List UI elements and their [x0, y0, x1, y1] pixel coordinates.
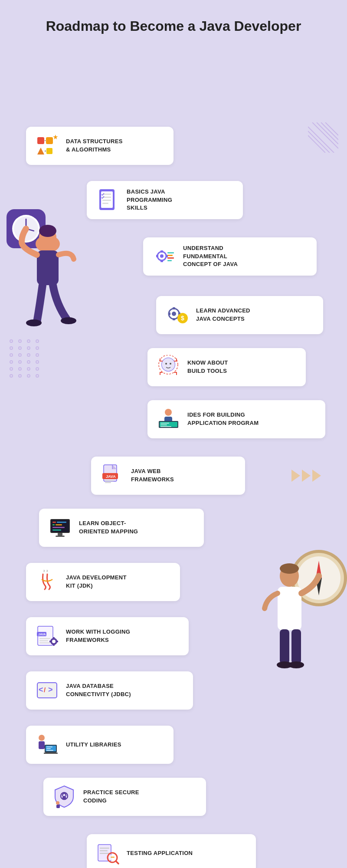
svg-rect-98 [39, 640, 48, 641]
svg-rect-88 [56, 524, 62, 526]
card-ide-label: IDES FOR BUILDING APPLICATION PROGRAM [187, 411, 259, 427]
fundamental-icon [151, 243, 177, 270]
svg-line-130 [116, 861, 118, 864]
secure-icon [51, 784, 77, 810]
svg-rect-73 [160, 424, 167, 425]
svg-rect-92 [56, 536, 65, 537]
svg-rect-47 [160, 250, 163, 253]
svg-point-56 [172, 312, 176, 316]
svg-rect-89 [52, 527, 65, 528]
svg-marker-34 [37, 148, 44, 155]
svg-rect-105 [56, 641, 58, 642]
card-utility-label: UTILITY LIBRARIES [66, 741, 121, 749]
card-secure-label: PRACTICE SECURE CODING [83, 789, 139, 804]
svg-rect-91 [58, 533, 62, 536]
svg-point-64 [162, 358, 175, 371]
card-build-tools: KNOW ABOUT BUILD TOOLS [147, 348, 306, 386]
jdbc-icon: < / > [34, 677, 60, 704]
svg-line-6 [308, 135, 325, 153]
card-data-structures-label: DATA STRUCTURES & ALGORITHMS [66, 138, 123, 153]
svg-point-16 [39, 225, 56, 237]
svg-rect-118 [44, 753, 58, 754]
svg-rect-49 [156, 255, 158, 257]
svg-rect-48 [160, 260, 163, 262]
svg-rect-99 [39, 642, 50, 644]
card-logging-label: WORK WITH LOGGING FRAMEWORKS [66, 628, 130, 644]
card-jdbc: < / > JAVA DATABASE CONNECTIVITY (JDBC) [26, 671, 193, 710]
card-fundamental-label: UNDERSTAND FUNDAMENTAL CONCEPT OF JAVA [183, 244, 238, 268]
person-left-illustration [4, 174, 74, 326]
decipher-zone-logo: Decipher Zone [306, 865, 340, 868]
arrows-decoration [291, 470, 321, 482]
card-oop: LEARN OBJECT- ORIENTED MAPPING [39, 509, 204, 547]
card-jdk: JAVA DEVELOPMENT KIT (JDK) [26, 563, 180, 601]
card-build-label: KNOW ABOUT BUILD TOOLS [187, 359, 228, 375]
svg-rect-86 [57, 522, 66, 523]
svg-rect-126 [100, 850, 108, 852]
person-right-illustration [252, 500, 347, 674]
svg-rect-115 [46, 746, 52, 747]
page-title: Roadmap to Become a Java Developer [0, 0, 347, 44]
svg-point-66 [170, 363, 171, 365]
svg-rect-35 [46, 148, 52, 154]
card-testing: TESTING APPLICATION [87, 834, 256, 868]
svg-rect-72 [160, 423, 169, 424]
svg-rect-82 [105, 482, 111, 483]
svg-rect-87 [52, 524, 55, 526]
jdk-icon [34, 569, 60, 595]
svg-rect-127 [100, 853, 109, 854]
build-icon [155, 354, 181, 380]
card-logging: JAVA WORK WITH LOGGING FRAMEWORKS [26, 617, 189, 655]
card-fundamental: UNDERSTAND FUNDAMENTAL CONCEPT OF JAVA [143, 237, 317, 276]
svg-rect-57 [173, 307, 175, 309]
svg-point-65 [165, 363, 167, 365]
svg-rect-116 [46, 748, 51, 749]
svg-text:<: < [39, 685, 43, 694]
svg-point-17 [26, 319, 42, 326]
svg-point-68 [165, 409, 172, 416]
card-ide: IDES FOR BUILDING APPLICATION PROGRAM [147, 400, 325, 438]
card-testing-label: TESTING APPLICATION [127, 849, 193, 857]
web-icon: JAVA [99, 463, 125, 489]
svg-rect-103 [53, 644, 55, 646]
svg-point-27 [280, 563, 299, 574]
svg-rect-58 [173, 318, 175, 320]
svg-rect-44 [102, 203, 108, 204]
card-web-frameworks: JAVA JAVA WEB FRAMEWORKS [91, 457, 245, 495]
card-basics-java: BASICS JAVA PROGRAMMING SKILLS [87, 181, 243, 219]
svg-line-2 [321, 122, 338, 140]
svg-rect-125 [100, 848, 109, 849]
svg-rect-25 [278, 587, 301, 630]
testing-icon [95, 840, 121, 866]
svg-text:JAVA: JAVA [106, 474, 116, 479]
svg-text:>: > [48, 685, 53, 694]
svg-rect-122 [56, 805, 60, 808]
svg-rect-28 [280, 629, 289, 664]
svg-rect-120 [62, 796, 66, 800]
card-web-label: JAVA WEB FRAMEWORKS [131, 467, 174, 483]
ds-icon [34, 133, 60, 159]
svg-point-101 [52, 640, 56, 643]
svg-rect-104 [49, 641, 51, 642]
svg-rect-53 [167, 257, 174, 259]
svg-rect-74 [160, 426, 171, 427]
utility-icon [34, 732, 60, 758]
svg-point-46 [160, 254, 164, 258]
svg-rect-102 [53, 637, 55, 639]
svg-rect-59 [168, 312, 170, 315]
card-advanced-label: LEARN ADVANCED JAVA CONCEPTS [196, 307, 250, 322]
oop-icon [47, 515, 73, 541]
roadmap-container: DATA STRUCTURES & ALGORITHMS BASICS JAVA… [0, 44, 347, 868]
svg-rect-131 [111, 857, 115, 858]
basics-icon [95, 187, 121, 213]
svg-rect-52 [167, 255, 173, 256]
hatch-decoration [308, 122, 338, 155]
svg-text:JAVA: JAVA [38, 633, 46, 636]
card-secure: PRACTICE SECURE CODING [43, 778, 206, 816]
svg-rect-14 [37, 250, 59, 285]
card-data-structures: DATA STRUCTURES & ALGORITHMS [26, 127, 174, 165]
svg-rect-33 [46, 137, 53, 144]
svg-rect-32 [37, 137, 44, 144]
dots-decoration-left [10, 339, 41, 378]
svg-rect-97 [39, 638, 50, 639]
